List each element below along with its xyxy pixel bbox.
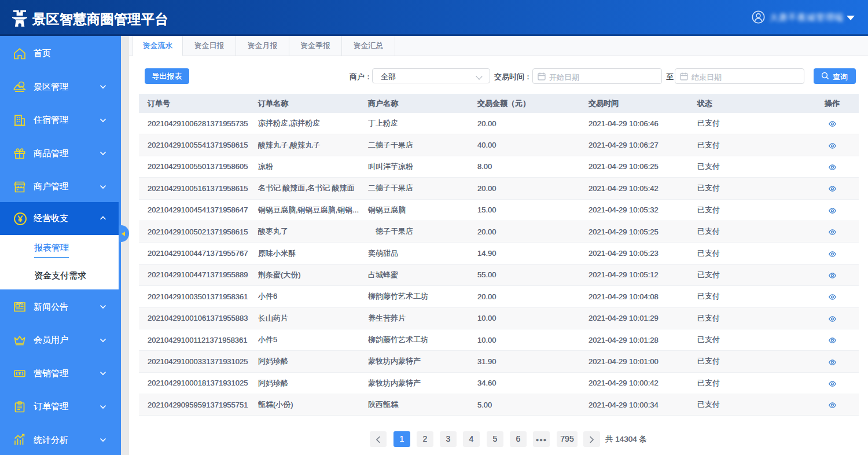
svg-text:NEWS: NEWS [16, 302, 23, 305]
